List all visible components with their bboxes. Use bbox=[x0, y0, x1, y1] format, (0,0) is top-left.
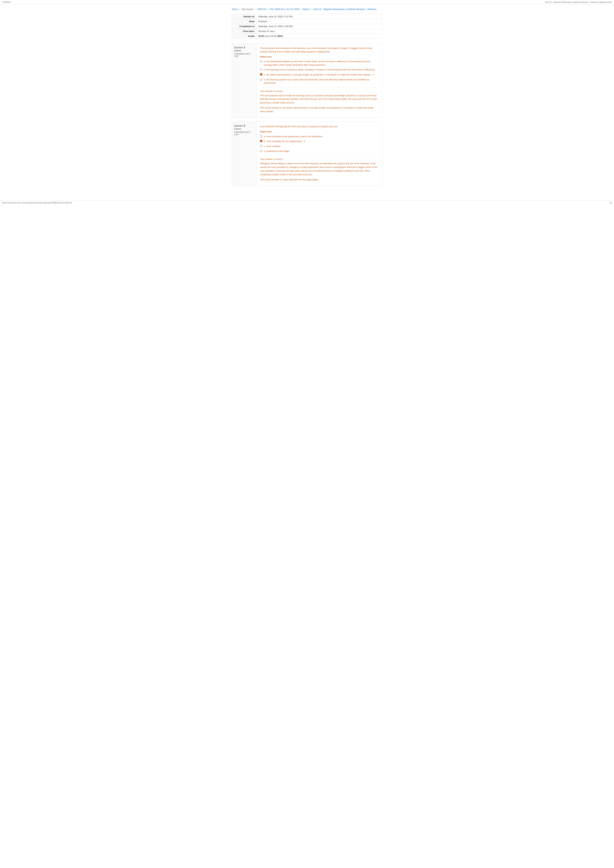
question-1-option-c: c. the dollar improvements in cost get s… bbox=[260, 73, 379, 76]
question-1-status: Correct bbox=[234, 50, 254, 52]
completed-on-label: Completed on bbox=[232, 24, 256, 29]
option-2a-text: a. more sensitive to the parameters used… bbox=[264, 135, 323, 138]
started-on-label: Started on bbox=[232, 14, 256, 19]
completed-on-value: Saturday, June 13, 2020, 5:50 PM bbox=[256, 24, 382, 29]
footer-url: https://trineonline.trine.edu/mod/quiz/r… bbox=[2, 202, 72, 204]
question-2-body: Cost estimates will typically be more ac… bbox=[256, 122, 382, 186]
question-1-number: Question 1 bbox=[234, 46, 254, 49]
option-2d-text: d. projected to last longer. bbox=[264, 149, 290, 153]
summary-state-row: State Finished bbox=[232, 19, 382, 24]
question-2-select-label: Select one: bbox=[260, 130, 379, 133]
breadcrumb-year[interactable]: 2019-SU bbox=[258, 8, 266, 11]
radio-1c[interactable] bbox=[260, 73, 263, 76]
breadcrumb-sep-2: / bbox=[256, 8, 257, 11]
breadcrumb-sep-5: / bbox=[312, 8, 313, 11]
breadcrumb-mycourses: My courses bbox=[242, 8, 253, 11]
radio-2c[interactable] bbox=[260, 145, 263, 147]
state-label: State bbox=[232, 19, 256, 24]
breadcrumb-quiz[interactable]: Quiz #2 - Requires Respondus LockDown Br… bbox=[314, 8, 376, 11]
time-taken-value: 38 mins 47 secs bbox=[256, 29, 382, 34]
radio-1a[interactable] bbox=[260, 60, 263, 62]
checkmark-2b: ✔ bbox=[304, 140, 306, 143]
question-1-option-b: b. the learning occurs in jumps or steps… bbox=[260, 68, 379, 71]
radio-2d[interactable] bbox=[260, 150, 263, 152]
question-1-sidebar: Question 1 Correct 1.00 points out of 1.… bbox=[232, 44, 256, 118]
question-1-options: a. the learning first speeds up and then… bbox=[260, 60, 379, 85]
option-1d-text: d. the learning speeds up as more units … bbox=[264, 78, 379, 85]
header-date: 7/28/2020 bbox=[2, 1, 11, 3]
question-2-options: a. more sensitive to the parameters used… bbox=[260, 135, 379, 153]
question-1-body: The discussion and examples of the learn… bbox=[256, 44, 382, 118]
summary-table: Started on Saturday, June 13, 2020, 5:11… bbox=[232, 14, 382, 39]
question-1-feedback-explanation: The most popular way to model the learni… bbox=[260, 94, 379, 105]
grade-value: 22.00 out of 25.00 (88%) bbox=[256, 34, 382, 39]
breadcrumb-week[interactable]: Week 2 bbox=[303, 8, 310, 11]
question-2-points: 1.00 points out of 1.00 bbox=[234, 131, 254, 136]
checkmark-1c: ✔ bbox=[373, 73, 375, 76]
question-2-number: Question 2 bbox=[234, 124, 254, 127]
question-2-sidebar: Question 2 Correct 1.00 points out of 1.… bbox=[232, 122, 256, 186]
breadcrumb: Home / My courses / 2019-SU / FIN--5203-… bbox=[232, 8, 382, 11]
breadcrumb-sep-3: / bbox=[268, 8, 269, 11]
radio-1d[interactable] bbox=[260, 78, 263, 81]
option-1b-text: b. the learning occurs in jumps or steps… bbox=[264, 68, 375, 71]
question-2-status: Correct bbox=[234, 128, 254, 130]
question-2-feedback-explanation: Managers will be willing to spend more t… bbox=[260, 162, 379, 176]
question-1-feedback-correct: Your answer is correct. bbox=[260, 90, 379, 93]
main-content: Home / My courses / 2019-SU / FIN--5203-… bbox=[227, 5, 387, 194]
question-2-option-d: d. projected to last longer. bbox=[260, 149, 379, 153]
grade-bold: 22.00 bbox=[258, 35, 264, 37]
summary-time-row: Time taken 38 mins 47 secs bbox=[232, 29, 382, 34]
question-2-feedback: Your answer is correct. Managers will be… bbox=[260, 155, 379, 181]
option-2c-text: c. more complex. bbox=[264, 144, 281, 148]
question-2-block: Question 2 Correct 1.00 points out of 1.… bbox=[232, 122, 382, 186]
grade-rest: out of 25.00 (88%) bbox=[264, 35, 283, 37]
summary-started-row: Started on Saturday, June 13, 2020, 5:11… bbox=[232, 14, 382, 19]
radio-1b[interactable] bbox=[260, 68, 263, 71]
radio-2a[interactable] bbox=[260, 135, 263, 138]
summary-completed-row: Completed on Saturday, June 13, 2020, 5:… bbox=[232, 24, 382, 29]
option-1a-text: a. the learning first speeds up and then… bbox=[264, 60, 379, 67]
question-1-option-d: d. the learning speeds up as more units … bbox=[260, 78, 379, 85]
radio-2b[interactable] bbox=[260, 140, 263, 142]
question-2-option-a: a. more sensitive to the parameters used… bbox=[260, 135, 379, 138]
option-2b-text: b. more important for the organization. … bbox=[264, 140, 306, 143]
breadcrumb-sep-4: / bbox=[301, 8, 302, 11]
question-1-block: Question 1 Correct 1.00 points out of 1.… bbox=[232, 43, 382, 118]
question-1-correct-answer: The correct answer is: the dollar improv… bbox=[260, 106, 379, 113]
question-2-text: Cost estimates will typically be more ac… bbox=[260, 125, 379, 128]
breadcrumb-home[interactable]: Home bbox=[232, 8, 238, 11]
grade-label: Grade bbox=[232, 34, 256, 39]
option-1c-text: c. the dollar improvements in cost get s… bbox=[264, 73, 375, 76]
footer-page: 1/5 bbox=[609, 202, 612, 204]
question-2-feedback-correct: Your answer is correct. bbox=[260, 158, 379, 160]
breadcrumb-sep-1: / bbox=[239, 8, 240, 11]
question-1-points: 1.00 points out of 1.00 bbox=[234, 53, 254, 57]
question-2-option-c: c. more complex. bbox=[260, 144, 379, 148]
question-2-option-b: b. more important for the organization. … bbox=[260, 140, 379, 143]
summary-grade-row: Grade 22.00 out of 25.00 (88%) bbox=[232, 34, 382, 39]
time-taken-label: Time taken bbox=[232, 29, 256, 34]
header-title: Quiz #2 - Requires Respondus LockDown Br… bbox=[545, 1, 612, 3]
page-header: 7/28/2020 Quiz #2 - Requires Respondus L… bbox=[0, 0, 614, 5]
question-1-option-a: a. the learning first speeds up and then… bbox=[260, 60, 379, 67]
started-on-value: Saturday, June 13, 2020, 5:11 PM bbox=[256, 14, 382, 19]
question-2-correct-answer: The correct answer is: more important fo… bbox=[260, 178, 379, 181]
page-footer: https://trineonline.trine.edu/mod/quiz/r… bbox=[0, 200, 614, 205]
breadcrumb-course[interactable]: FIN--5203-OL1--OL-SU-2019 bbox=[270, 8, 299, 11]
question-1-feedback: Your answer is correct. The most popular… bbox=[260, 88, 379, 113]
question-1-select-label: Select one: bbox=[260, 56, 379, 58]
question-1-text: The discussion and examples of the learn… bbox=[260, 46, 379, 53]
state-value: Finished bbox=[256, 19, 382, 24]
